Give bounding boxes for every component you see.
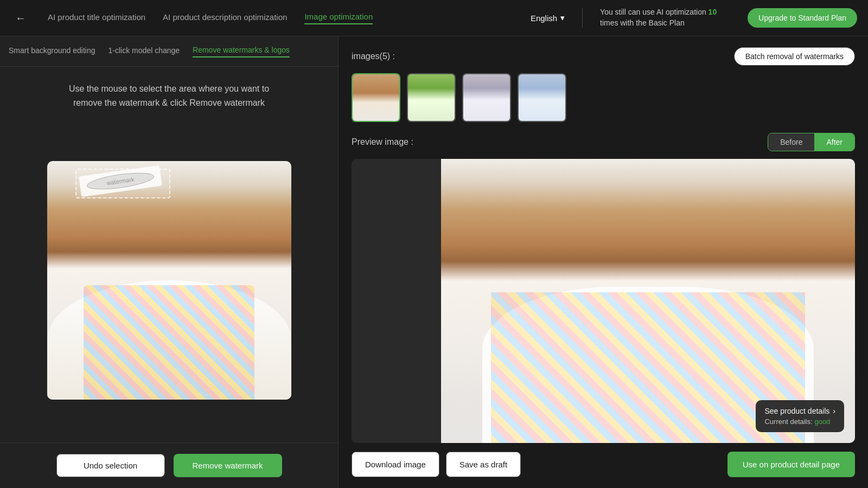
language-selector[interactable]: English ▾	[531, 13, 565, 23]
after-toggle-button[interactable]: After	[814, 133, 854, 151]
sub-tab-background[interactable]: Smart background editing	[9, 46, 95, 57]
back-icon: ←	[15, 12, 26, 24]
image-canvas-area: watermark	[0, 118, 338, 442]
chip-status-value: good	[814, 418, 830, 426]
batch-watermark-button[interactable]: Batch removal of watermarks	[734, 47, 855, 66]
product-details-chip[interactable]: See product details › Current details: g…	[756, 400, 844, 432]
shirt-pattern	[84, 285, 254, 400]
left-panel: Smart background editing 1-click model c…	[0, 36, 339, 488]
nav-divider	[582, 8, 583, 28]
right-actions: Download image Save as draft Use on prod…	[352, 443, 855, 477]
language-label: English	[531, 14, 557, 23]
thumb-img-2	[408, 74, 455, 121]
preview-area: See product details › Current details: g…	[352, 159, 855, 443]
usage-info: You still can use AI optimization 10 tim…	[600, 7, 730, 28]
right-panel: images(5) : Batch removal of watermarks …	[339, 36, 868, 488]
image-canvas[interactable]: watermark	[47, 161, 291, 400]
instruction-text: Use the mouse to select the area where y…	[0, 67, 338, 118]
main-layout: Smart background editing 1-click model c…	[0, 36, 868, 488]
remove-watermark-button[interactable]: Remove watermark	[174, 454, 282, 477]
nav-tab-image[interactable]: Image optimization	[304, 12, 373, 24]
chip-title: See product details ›	[764, 407, 835, 415]
thumbnail-3[interactable]	[462, 73, 511, 122]
chip-status-row: Current details: good	[764, 418, 835, 426]
preview-label: Preview image :	[352, 137, 413, 147]
nav-tab-title[interactable]: AI product title optimization	[48, 12, 145, 24]
images-header: images(5) : Batch removal of watermarks	[352, 47, 855, 66]
before-toggle-button[interactable]: Before	[768, 133, 814, 151]
left-model-image	[47, 161, 291, 400]
preview-before-half	[352, 159, 441, 443]
chevron-right-icon: ›	[833, 407, 835, 415]
thumb-img-3	[463, 74, 510, 121]
before-after-toggle: Before After	[768, 133, 855, 151]
use-on-page-button[interactable]: Use on product detail page	[727, 452, 855, 477]
download-image-button[interactable]: Download image	[352, 452, 439, 477]
nav-tab-description[interactable]: AI product description optimization	[163, 12, 287, 24]
preview-header: Preview image : Before After	[352, 133, 855, 151]
thumb-img-4	[519, 74, 565, 121]
top-nav: ← AI product title optimization AI produ…	[0, 0, 868, 36]
upgrade-button[interactable]: Upgrade to Standard Plan	[748, 8, 857, 28]
save-draft-button[interactable]: Save as draft	[446, 452, 521, 477]
sub-tab-watermark[interactable]: Remove watermarks & logos	[193, 46, 290, 57]
thumbnail-1[interactable]	[352, 73, 400, 122]
thumbnail-2[interactable]	[407, 73, 456, 122]
thumbnail-row	[352, 73, 855, 122]
sub-tabs: Smart background editing 1-click model c…	[0, 36, 338, 67]
thumbnail-4[interactable]	[518, 73, 566, 122]
sub-tab-model[interactable]: 1-click model change	[108, 46, 180, 57]
left-actions: Undo selection Remove watermark	[0, 442, 338, 488]
back-button[interactable]: ←	[11, 10, 30, 27]
thumb-img-1	[353, 74, 399, 121]
images-count-label: images(5) :	[352, 52, 395, 61]
undo-selection-button[interactable]: Undo selection	[56, 454, 165, 477]
chevron-down-icon: ▾	[560, 13, 565, 23]
